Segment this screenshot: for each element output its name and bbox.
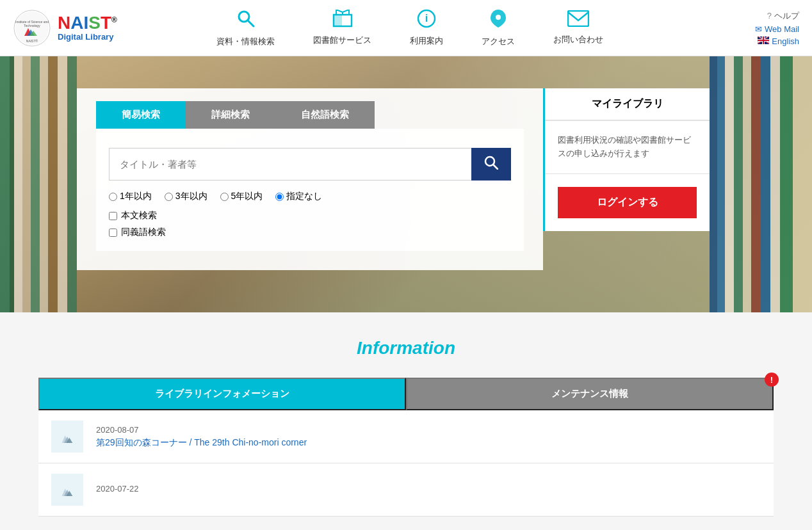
search-checkbox-group: 本文検索 同義語検索 (109, 210, 511, 238)
tab-maintenance[interactable]: メンテナンス情報 (406, 378, 774, 410)
info-item-date-1: 2020-07-22 (96, 484, 761, 494)
info-tabs: ライブラリインフォメーション メンテナンス情報 (38, 378, 774, 410)
tab-simple-search[interactable]: 簡易検索 (96, 101, 186, 129)
top-right-links: ? ヘルプ ✉ Web Mail English (703, 10, 799, 46)
help-icon: ? (767, 11, 772, 20)
nav-label-contact: お問い合わせ (553, 34, 603, 45)
radio-3year[interactable]: 3年以内 (165, 191, 207, 202)
search-overlay: 簡易検索 詳細検索 自然語検索 1年以内 (77, 88, 710, 270)
hero-section: 簡易検索 詳細検索 自然語検索 1年以内 (0, 56, 812, 312)
access-nav-icon (489, 8, 507, 33)
logo-area: Institute of Science and Technology NAIS… (13, 9, 117, 47)
info-item-date-0: 2020-08-07 (96, 425, 761, 435)
webmail-icon: ✉ (755, 24, 762, 34)
help-link[interactable]: ? ヘルプ (767, 10, 799, 22)
checkbox-synonym[interactable]: 同義語検索 (109, 227, 511, 238)
checkbox-fulltext[interactable]: 本文検索 (109, 210, 511, 221)
svg-text:NAIST®: NAIST® (26, 39, 38, 43)
information-section: Information ライブラリインフォメーション メンテナンス情報 ! 20… (0, 312, 812, 530)
search-radio-group: 1年以内 3年以内 5年以内 指定なし (109, 191, 511, 202)
radio-5year[interactable]: 5年以内 (220, 191, 263, 202)
my-library-description: 図書利用状況の確認や図書館サービスの申し込みが行えます (545, 121, 710, 174)
tab-library-info[interactable]: ライブラリインフォメーション (38, 378, 406, 410)
webmail-link[interactable]: ✉ Web Mail (755, 24, 799, 34)
search-button[interactable] (471, 148, 511, 181)
svg-rect-11 (334, 15, 342, 26)
radio-3year-label: 3年以内 (175, 191, 207, 202)
help-label: ヘルプ (774, 10, 799, 22)
search-input-row (109, 148, 511, 181)
site-subtitle: Digital Library (58, 32, 117, 42)
svg-rect-24 (758, 40, 769, 41)
tab-natural-search[interactable]: 自然語検索 (275, 101, 375, 129)
nav-item-access[interactable]: アクセス (462, 2, 534, 54)
english-link[interactable]: English (758, 36, 799, 46)
bookshelf-left (0, 56, 77, 312)
list-item: 2020-08-07 第29回知の森コーナー / The 29th Chi-no… (38, 410, 774, 463)
radio-none-label: 指定なし (286, 191, 322, 202)
checkbox-fulltext-label: 本文検索 (121, 210, 157, 221)
search-box: 簡易検索 詳細検索 自然語検索 1年以内 (77, 88, 543, 270)
nav-label-guide: 利用案内 (410, 35, 443, 47)
info-item-content-1: 2020-07-22 (96, 484, 761, 496)
nav-item-guide[interactable]: i 利用案内 (391, 3, 462, 53)
radio-none[interactable]: 指定なし (275, 191, 322, 202)
nav-label-access: アクセス (482, 36, 515, 47)
svg-line-9 (248, 20, 254, 26)
nav-item-library-service[interactable]: 図書館サービス (294, 3, 391, 52)
radio-1year-label: 1年以内 (120, 191, 152, 202)
site-name: NAIST® (58, 14, 117, 32)
info-item-content-0: 2020-08-07 第29回知の森コーナー / The 29th Chi-no… (96, 425, 761, 449)
notification-badge: ! (765, 373, 779, 387)
naist-mark-icon-1 (58, 480, 77, 499)
radio-1year-input[interactable] (109, 193, 117, 201)
information-title: Information (38, 338, 774, 358)
bookshelf-right (710, 56, 812, 312)
naist-mark-icon-0 (58, 427, 77, 446)
english-label: English (772, 36, 799, 46)
radio-3year-input[interactable] (165, 193, 173, 201)
svg-rect-15 (568, 11, 589, 26)
info-tabs-container: ライブラリインフォメーション メンテナンス情報 ! (38, 378, 774, 410)
info-list: 2020-08-07 第29回知の森コーナー / The 29th Chi-no… (38, 410, 774, 517)
my-library-title: マイライブラリ (545, 88, 710, 121)
search-input[interactable] (109, 148, 471, 181)
search-tabs: 簡易検索 詳細検索 自然語検索 (96, 101, 524, 129)
contact-nav-icon (567, 10, 589, 31)
radio-none-input[interactable] (275, 193, 284, 201)
list-item: 2020-07-22 (38, 463, 774, 517)
radio-5year-label: 5年以内 (231, 191, 263, 202)
info-item-icon-0 (51, 421, 83, 453)
svg-line-26 (493, 165, 498, 169)
radio-1year[interactable]: 1年以内 (109, 191, 152, 202)
naist-logo-icon: Institute of Science and Technology NAIS… (13, 9, 51, 47)
logo-text: NAIST® Digital Library (58, 14, 117, 42)
tab-detail-search[interactable]: 詳細検索 (186, 101, 275, 129)
guide-nav-icon: i (417, 9, 436, 33)
main-nav: 資料・情報検索 図書館サービス i 利用案内 アクセス お問い合わせ (117, 2, 703, 54)
nav-label-search: 資料・情報検索 (216, 36, 275, 47)
svg-text:Technology: Technology (24, 24, 40, 28)
info-item-title-0[interactable]: 第29回知の森コーナー / The 29th Chi-no-mori corne… (96, 437, 761, 449)
svg-point-14 (496, 15, 501, 20)
library-service-nav-icon (332, 10, 353, 32)
nav-item-contact[interactable]: お問い合わせ (534, 4, 622, 52)
checkbox-synonym-label: 同義語検索 (121, 227, 166, 238)
search-button-icon (484, 156, 498, 170)
info-item-icon-1 (51, 474, 83, 506)
svg-text:i: i (425, 13, 428, 24)
checkbox-fulltext-input[interactable] (109, 212, 117, 220)
site-header: Institute of Science and Technology NAIS… (0, 0, 812, 56)
nav-item-search[interactable]: 資料・情報検索 (197, 2, 294, 54)
english-icon (758, 36, 769, 46)
radio-5year-input[interactable] (220, 193, 229, 201)
webmail-label: Web Mail (765, 24, 799, 34)
search-content: 1年以内 3年以内 5年以内 指定なし (96, 129, 524, 251)
nav-label-library-service: 図書館サービス (313, 35, 371, 46)
my-library-panel: マイライブラリ 図書利用状況の確認や図書館サービスの申し込みが行えます ログイン… (543, 88, 710, 231)
checkbox-synonym-input[interactable] (109, 229, 117, 237)
search-nav-icon (236, 8, 256, 33)
login-button[interactable]: ログインする (558, 187, 697, 218)
